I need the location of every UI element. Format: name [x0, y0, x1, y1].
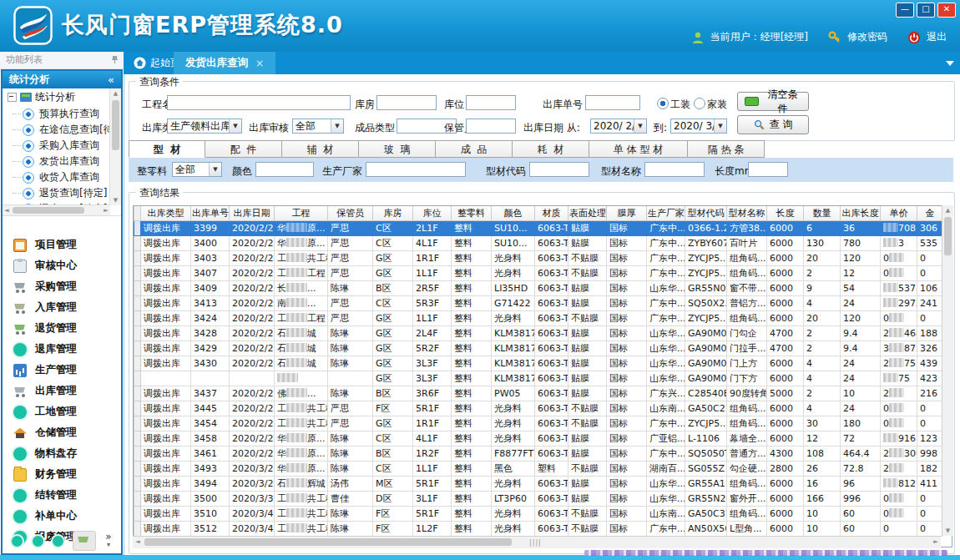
- date-from-picker[interactable]: 2020/ 2/16: [590, 119, 647, 134]
- column-header[interactable]: 长度: [767, 206, 804, 221]
- sidebar-module-item[interactable]: 仓储管理: [3, 422, 121, 443]
- collapse-icon[interactable]: «: [108, 71, 114, 88]
- column-header[interactable]: 材质: [535, 206, 568, 221]
- pin-icon[interactable]: [112, 55, 118, 64]
- column-header[interactable]: 出库日期: [230, 206, 275, 221]
- column-header[interactable]: 库位: [413, 206, 452, 221]
- date-to-picker[interactable]: 2020/ 3/16: [670, 119, 727, 134]
- table-row[interactable]: 调拨出库34242020/2/26工工程严思G区1L1F整料光身料6063-T5…: [134, 311, 943, 326]
- table-row[interactable]: 调拨出库34372020/2/27佛...陈琳B区3R6F整料PW056063-…: [134, 386, 943, 401]
- radio-work-label[interactable]: 工装: [670, 98, 690, 112]
- cart-module-button[interactable]: [73, 531, 96, 551]
- tree-item[interactable]: 退货查询[待定]: [3, 185, 121, 201]
- column-header[interactable]: 数量: [804, 206, 841, 221]
- close-button[interactable]: ✕: [937, 3, 956, 18]
- column-header[interactable]: 单价: [881, 206, 917, 221]
- column-header[interactable]: 出库单号: [191, 206, 230, 221]
- column-header[interactable]: 型材名称: [727, 206, 767, 221]
- table-row[interactable]: 调拨出库34582020/2/28华原...陈琳C区4L1F整料光身料6063-…: [134, 431, 943, 446]
- sidebar-module-item[interactable]: 工地管理: [3, 401, 121, 422]
- code-input[interactable]: [529, 162, 589, 177]
- column-header[interactable]: 工程: [275, 206, 328, 221]
- length-input[interactable]: [748, 162, 788, 177]
- material-tab[interactable]: 玻 璃: [359, 140, 436, 158]
- sidebar-module-item[interactable]: 出库管理: [3, 381, 121, 401]
- scroll-left-icon[interactable]: ◄: [133, 537, 143, 547]
- table-row[interactable]: 调拨出库34032020/2/25工共工程严思G区1R1F整料光身料6063-T…: [134, 251, 943, 266]
- column-header[interactable]: 保管员: [328, 206, 373, 221]
- scroll-right-icon[interactable]: ►: [931, 537, 941, 547]
- table-row[interactable]: 调拨出库34132020/2/26南...严思C区5R3F整料G71422606…: [134, 296, 943, 311]
- sidebar-module-item[interactable]: 入库管理: [3, 297, 121, 318]
- sidebar-module-item[interactable]: 财务管理: [3, 464, 121, 485]
- module-dot-icon[interactable]: [33, 536, 43, 547]
- module-dot-icon[interactable]: [53, 536, 63, 547]
- order-no-input[interactable]: [585, 95, 640, 110]
- radio-home-label[interactable]: 家装: [707, 98, 727, 112]
- table-row[interactable]: 调拨出库34002020/2/25华原...严思C区4L1F整料SU10...6…: [134, 236, 943, 251]
- material-tab[interactable]: 单 体 型 材: [589, 140, 688, 158]
- radio-work-decor[interactable]: [657, 98, 669, 109]
- color-input[interactable]: [255, 162, 314, 177]
- grid-horizontal-scrollbar[interactable]: ◄ |||| ►: [133, 536, 941, 548]
- radio-home-decor[interactable]: [694, 98, 705, 109]
- table-row[interactable]: 调拨出库34612020/2/28华原...陈琳B区1R2F整料F8877FT6…: [134, 446, 943, 462]
- material-tab[interactable]: 型 材: [129, 140, 205, 158]
- sidebar-module-item[interactable]: 退库管理: [3, 339, 121, 360]
- scroll-up-icon[interactable]: ▲: [110, 88, 121, 98]
- sidebar-module-item[interactable]: 补单中心: [3, 506, 121, 527]
- material-tab[interactable]: 辅 材: [282, 140, 359, 158]
- sidebar-module-item[interactable]: 物料盘存: [3, 443, 121, 464]
- change-password-link[interactable]: 修改密码: [847, 30, 887, 44]
- maximize-button[interactable]: □: [917, 3, 935, 18]
- column-header[interactable]: 表面处理: [568, 206, 607, 221]
- table-row[interactable]: 调拨出库34542020/2/28工共工程严思G区1R1F整料光身料6063-T…: [134, 416, 943, 431]
- sidebar-module-item[interactable]: 生产管理: [3, 360, 121, 381]
- minimize-button[interactable]: —: [896, 3, 914, 18]
- clear-conditions-button[interactable]: 清空条件: [737, 92, 809, 111]
- scroll-left-icon[interactable]: ◄: [3, 205, 11, 215]
- table-row[interactable]: 调拨出库33992020/2/25华原...严思C区2L1F整料SU10...6…: [134, 221, 943, 236]
- column-header[interactable]: 型材代码: [685, 206, 727, 221]
- column-header[interactable]: 出库长度: [841, 206, 881, 221]
- column-header[interactable]: 金: [917, 206, 943, 221]
- tree-expander-icon[interactable]: [8, 93, 17, 102]
- tree-root-node[interactable]: 统计分析: [3, 88, 121, 106]
- column-header[interactable]: 库房: [373, 206, 413, 221]
- tree-item[interactable]: 采购入库查询: [3, 138, 121, 154]
- table-row[interactable]: 调拨出库34452020/2/27工共工程严思F区5R1F整料光身料6063-T…: [134, 401, 943, 416]
- sidebar-module-item[interactable]: 项目管理: [3, 235, 121, 255]
- table-row[interactable]: 调拨出库34942020/3/2石辉城汤伟M区5R1F整料光身料6063-T5贴…: [134, 477, 943, 492]
- table-row[interactable]: G区3L3F整料KLM38176063-T5贴膜国标山东华...GA90M09.…: [134, 371, 943, 386]
- material-tab[interactable]: 成 品: [436, 140, 513, 158]
- out-type-dropdown[interactable]: 生产领料出库: [167, 119, 242, 134]
- table-row[interactable]: 调拨出库34072020/2/25工工程严思G区1L1F整料光身料6063-T5…: [134, 266, 943, 281]
- column-header[interactable]: 整零料: [452, 206, 492, 221]
- table-row[interactable]: 调拨出库34302020/2/26石城陈琳G区3L3F整料KLM38176063…: [134, 356, 943, 371]
- more-modules-button[interactable]: »▾: [105, 533, 111, 548]
- tree-item[interactable]: 收货入库查询: [3, 169, 121, 185]
- stat-group-header[interactable]: 统计分析 «: [3, 71, 121, 88]
- whole-part-dropdown[interactable]: 全部: [172, 162, 222, 177]
- tree-item[interactable]: 发货出库查询: [3, 154, 121, 169]
- table-row[interactable]: 调拨出库34292020/2/26石城陈琳G区5R2F整料KLM38176063…: [134, 341, 943, 356]
- location-input[interactable]: [466, 95, 516, 110]
- sidebar-module-item[interactable]: 结转管理: [3, 485, 121, 506]
- tree-horizontal-scrollbar[interactable]: ◄ ►: [3, 204, 110, 215]
- column-header[interactable]: 出库类型: [141, 206, 191, 221]
- scroll-down-icon[interactable]: ▼: [942, 526, 953, 536]
- audit-dropdown[interactable]: 全部: [292, 119, 344, 134]
- material-tab[interactable]: 配 件: [205, 140, 282, 158]
- warehouse-input[interactable]: [376, 95, 437, 110]
- table-row[interactable]: 调拨出库35002020/3/3工共工程曹佳D区3L1F整料LT3P606063…: [134, 492, 943, 507]
- keeper-input[interactable]: [466, 119, 516, 134]
- table-row[interactable]: 调拨出库35102020/3/4工共工程陈琳F区5R1F整料光身料6063-T5…: [134, 507, 943, 522]
- scroll-right-icon[interactable]: ►: [102, 205, 110, 215]
- tab-list-dropdown-icon[interactable]: [946, 61, 954, 70]
- table-row[interactable]: 调拨出库34092020/2/25长...陈琳B区2R5F整料LI35HD606…: [134, 281, 943, 296]
- tab-active[interactable]: 发货出库查询 ×: [174, 52, 275, 74]
- grid-vertical-scrollbar[interactable]: ▲ ▼: [942, 205, 953, 536]
- name-input[interactable]: [644, 162, 705, 177]
- maker-input[interactable]: [366, 162, 466, 177]
- column-header[interactable]: 膜厚: [607, 206, 647, 221]
